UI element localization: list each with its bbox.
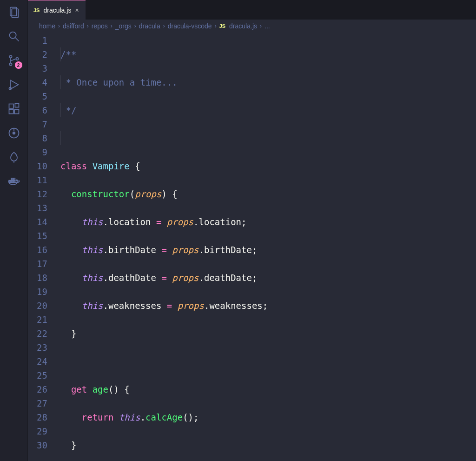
breadcrumb-item[interactable]: dracula-vscode: [168, 22, 212, 30]
breadcrumb-item[interactable]: dracula: [139, 22, 160, 30]
svg-rect-20: [13, 178, 15, 180]
svg-marker-7: [11, 80, 18, 89]
svg-point-8: [9, 87, 11, 90]
svg-rect-19: [11, 178, 13, 180]
chevron-right-icon: ›: [134, 23, 136, 29]
svg-line-3: [15, 38, 19, 41]
chevron-right-icon: ›: [58, 23, 60, 29]
js-file-icon: JS: [33, 7, 40, 13]
explorer-icon[interactable]: [7, 6, 20, 19]
chevron-right-icon: ›: [87, 23, 89, 29]
gitlens-icon[interactable]: [7, 127, 20, 140]
tree-icon[interactable]: [7, 151, 20, 164]
breadcrumb-item[interactable]: dsifford: [63, 22, 84, 30]
svg-point-4: [9, 55, 12, 58]
close-icon[interactable]: ×: [75, 7, 79, 14]
breadcrumb-item[interactable]: dracula.js: [229, 22, 257, 30]
scm-badge: 2: [15, 61, 22, 69]
breadcrumb-item[interactable]: home: [39, 22, 55, 30]
svg-point-14: [13, 132, 15, 134]
svg-point-2: [9, 32, 16, 39]
editor-group: JS dracula.js × home› dsifford› repos› _…: [28, 0, 476, 461]
code-editor[interactable]: 12345 678910 1112131415 1617181920 21222…: [28, 33, 476, 461]
breadcrumb-item[interactable]: repos: [92, 22, 108, 30]
line-number-gutter: 12345 678910 1112131415 1617181920 21222…: [28, 33, 60, 461]
svg-point-6: [16, 58, 18, 60]
svg-point-5: [9, 63, 12, 66]
search-icon[interactable]: [7, 30, 20, 43]
extensions-icon[interactable]: [7, 102, 20, 115]
run-debug-icon[interactable]: [7, 78, 20, 91]
source-control-icon[interactable]: 2: [7, 54, 20, 67]
activity-bar: 2: [0, 0, 28, 461]
svg-rect-10: [9, 109, 13, 114]
svg-rect-11: [14, 109, 19, 114]
tab-filename: dracula.js: [43, 7, 71, 14]
chevron-right-icon: ›: [215, 23, 217, 29]
breadcrumb-item[interactable]: _orgs: [115, 22, 132, 30]
js-file-icon: JS: [219, 23, 225, 29]
svg-rect-9: [9, 104, 13, 108]
breadcrumb[interactable]: home› dsifford› repos› _orgs› dracula› d…: [28, 20, 476, 33]
tab-dracula-js[interactable]: JS dracula.js ×: [28, 0, 86, 20]
tab-bar: JS dracula.js ×: [28, 0, 476, 20]
code-content[interactable]: /** * Once upon a time... */ class Vampi…: [60, 33, 476, 461]
breadcrumb-trailing: ...: [264, 22, 270, 30]
docker-icon[interactable]: [7, 175, 20, 188]
svg-rect-12: [15, 103, 19, 107]
chevron-right-icon: ›: [111, 23, 112, 29]
chevron-right-icon: ›: [260, 23, 262, 29]
chevron-right-icon: ›: [163, 23, 165, 29]
